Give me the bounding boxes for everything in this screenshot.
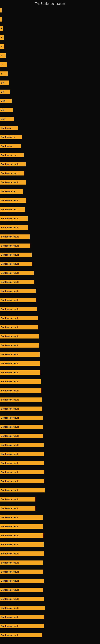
bar-label: Bottleneck result: [1, 634, 19, 636]
bar-fill: [0, 17, 2, 22]
bar-item: Bottleneck result: [0, 470, 44, 474]
bar-fill: Bottleneck result: [0, 443, 44, 447]
bar-fill: Bottleneck result: [0, 226, 28, 230]
bar-fill: Bottleneck result: [0, 560, 43, 565]
bar-label: Bottleneck result: [1, 272, 19, 274]
bar-fill: Bottleneck result: [0, 552, 44, 556]
bar-fill: Bottleneck result: [0, 588, 43, 592]
bar-item: [0, 17, 2, 22]
bar-item: Bottleneck result: [0, 570, 43, 574]
bar-label: Bottleneck: [1, 145, 12, 147]
bar-fill: Bottleneck result: [0, 470, 44, 474]
bar-label: Bottleneck result: [1, 625, 19, 627]
bar-item: Bottleneck result: [0, 271, 34, 275]
bar-fill: Bottleneck result: [0, 578, 44, 583]
bar-label: Bottleneck result: [1, 516, 19, 518]
bar-label: E: [1, 64, 2, 66]
chart-area: TheBottlenecker.com FFBEEBBoBoBottBolBot…: [0, 0, 100, 644]
bar-label: Bottleneck result: [1, 335, 19, 338]
bar-fill: Bottleneck result: [0, 570, 43, 574]
bar-item: Bottleneck result: [0, 379, 41, 384]
bar-label: Bottleneck result: [1, 607, 19, 609]
bar-fill: F: [0, 35, 3, 40]
bar-item: Bottleneck result: [0, 234, 30, 239]
bar-label: Bottleneck result: [1, 380, 19, 383]
bar-label: Bottleneck result: [1, 344, 19, 346]
bar-label: Bottleneck result: [1, 616, 19, 618]
bar-label: Bottleneck result: [1, 326, 19, 328]
bar-item: Bottleneck result: [0, 416, 43, 420]
bar-item: [0, 8, 1, 12]
bar-item: Bottleneck result: [0, 606, 45, 610]
bar-fill: Bottleneck result: [0, 406, 42, 411]
bar-fill: Bottleneck result: [0, 271, 34, 275]
bar-fill: Bottleneck re: [0, 135, 22, 139]
bar-label: Bottleneck result: [1, 562, 19, 564]
bar-label: Bottleneck result: [1, 544, 19, 546]
bar-fill: Bottleneck: [0, 144, 21, 148]
bar-item: Bottleneck: [0, 144, 21, 148]
bar-item: Bottleneck result: [0, 624, 44, 628]
bar-item: Bottleneck result: [0, 262, 32, 266]
bar-item: Bottleneck result: [0, 542, 44, 547]
site-title: TheBottlenecker.com: [0, 0, 100, 7]
bar-label: Bottleneck result: [1, 552, 19, 555]
bar-item: Bottleneck result: [0, 425, 43, 429]
bar-label: Bottleneck result: [1, 371, 19, 374]
bar-item: Bottleneck result: [0, 497, 35, 502]
bar-label: Bottleneck result: [1, 244, 19, 247]
bar-item: Bottleneck result: [0, 252, 32, 257]
bar-fill: Bottleneck result: [0, 597, 44, 601]
bar-item: Bottleneck result: [0, 479, 44, 484]
bar-item: F: [0, 26, 3, 30]
bar-label: Bottleneck result: [1, 299, 19, 301]
bar-fill: E: [0, 62, 7, 67]
bar-fill: Bottleneck result: [0, 425, 43, 429]
bar-item: Bottleneck result: [0, 325, 38, 330]
bar-item: Bottleneck result: [0, 398, 42, 402]
bar-fill: Bottleneck result: [0, 316, 38, 320]
bar-item: Bottleneck result: [0, 588, 43, 592]
bar-fill: Bottleneck result: [0, 289, 36, 293]
bar-fill: Bottleneck result: [0, 379, 41, 384]
bar-item: Bottleneck result: [0, 578, 44, 583]
bar-fill: Bottleneck result: [0, 542, 44, 547]
bar-label: Bo: [1, 90, 4, 93]
bar-item: Bott: [0, 117, 14, 121]
bar-item: Bo: [0, 80, 9, 85]
bar-fill: Bottlenec: [0, 126, 18, 130]
bar-fill: Bo: [0, 90, 10, 94]
bar-label: Bottleneck result: [1, 480, 19, 482]
bar-item: Bottleneck result: [0, 162, 26, 166]
bar-fill: Bottleneck result: [0, 388, 41, 393]
bar-item: Bottleneck result: [0, 515, 43, 520]
bar-fill: Bottleneck result: [0, 352, 40, 356]
bar-fill: Bottleneck result: [0, 162, 26, 166]
bar-fill: B: [0, 44, 4, 49]
bar-label: Bottleneck result: [1, 362, 19, 365]
bar-item: E: [0, 53, 6, 58]
bar-fill: Bottleneck result: [0, 370, 40, 375]
bar-fill: Bottleneck result: [0, 615, 44, 619]
bar-label: Bottlenec: [1, 127, 11, 129]
bar-fill: Bottleneck result: [0, 416, 43, 420]
bar-item: Bott: [0, 98, 12, 103]
bar-fill: Bottleneck result: [0, 307, 37, 311]
bar-fill: [0, 8, 1, 12]
bar-label: Bottleneck result: [1, 217, 19, 220]
bar-fill: Bottleneck result: [0, 497, 35, 502]
bar-fill: Bottleneck result: [0, 216, 28, 221]
bar-label: B: [1, 45, 2, 48]
bar-label: Bottleneck result: [1, 236, 19, 238]
bar-label: E: [1, 54, 2, 57]
bar-item: Bottleneck result: [0, 461, 44, 465]
bar-label: Bottleneck result: [1, 254, 19, 256]
bar-label: Bottleneck result: [1, 580, 19, 582]
bar-item: Bottleneck resu: [0, 153, 24, 158]
bar-label: Bottleneck result: [1, 281, 19, 283]
bar-item: Bottleneck result: [0, 361, 40, 366]
bar-fill: Bottleneck result: [0, 234, 30, 239]
bar-fill: Bottleneck result: [0, 434, 43, 438]
bar-item: Bottleneck result: [0, 533, 43, 538]
bar-fill: Bottleneck result: [0, 461, 44, 465]
